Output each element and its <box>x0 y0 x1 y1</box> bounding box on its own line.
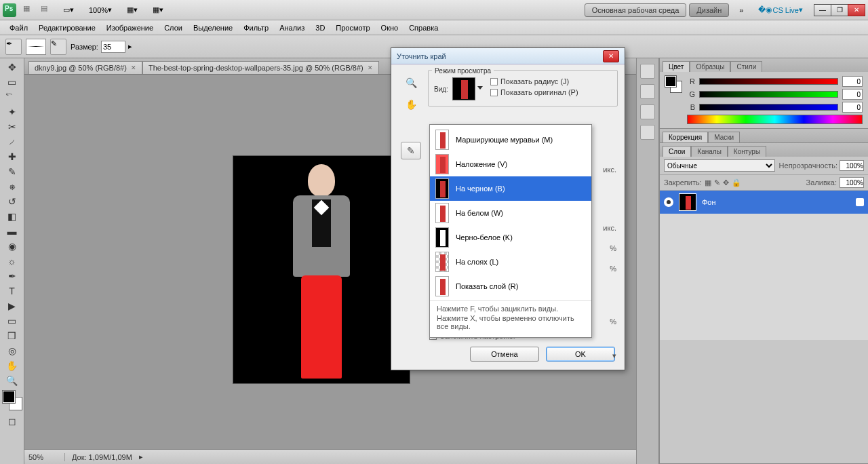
blur-tool[interactable]: ◉ <box>4 239 20 254</box>
tab-paths[interactable]: Контуры <box>728 146 766 157</box>
show-original-checkbox[interactable]: Показать оригинал (P) <box>490 88 578 96</box>
menu-file[interactable]: Файл <box>4 22 33 34</box>
spectrum-ramp[interactable] <box>687 115 863 124</box>
dodge-tool[interactable]: ☼ <box>4 254 20 269</box>
zoom-readout[interactable]: 50% <box>28 453 65 461</box>
menu-layers[interactable]: Слои <box>159 22 188 34</box>
workspace-essentials[interactable]: Основная рабочая среда <box>585 3 687 17</box>
pen-tool[interactable]: ✒ <box>4 269 20 284</box>
g-input[interactable] <box>842 89 863 100</box>
view-thumbnail-dropdown[interactable] <box>452 77 475 100</box>
3d-camera-tool[interactable]: ◎ <box>4 343 20 358</box>
history-brush-tool[interactable]: ↺ <box>4 194 20 209</box>
viewmode-option-reveal-layer[interactable]: Показать слой (R) <box>430 274 591 298</box>
menu-analysis[interactable]: Анализ <box>274 22 310 34</box>
viewmode-option-on-layers[interactable]: На слоях (L) <box>430 250 591 274</box>
menu-image[interactable]: Изображение <box>101 22 159 34</box>
marquee-tool[interactable]: ▭ <box>4 75 20 90</box>
dock-icon[interactable] <box>640 64 655 79</box>
viewmode-option-on-black[interactable]: На черном (B) <box>430 176 591 201</box>
tab-close-icon[interactable]: ✕ <box>131 64 136 71</box>
document-tab[interactable]: The-best-top-spring-desktop-wallpapers-3… <box>142 61 379 74</box>
document-canvas[interactable] <box>233 156 410 383</box>
stamp-tool[interactable]: ⎈ <box>4 179 20 194</box>
shape-tool[interactable]: ▭ <box>4 313 20 328</box>
dialog-titlebar[interactable]: Уточнить край ✕ <box>391 48 625 64</box>
path-select-tool[interactable]: ▶ <box>4 298 20 313</box>
3d-tool[interactable]: ❒ <box>4 328 20 343</box>
eraser-tool[interactable]: ◧ <box>4 209 20 224</box>
crop-tool[interactable]: ✂ <box>4 119 20 134</box>
size-stepper-icon[interactable]: ▸ <box>128 42 132 51</box>
dock-icon[interactable] <box>640 104 655 119</box>
window-close[interactable]: ✕ <box>848 4 865 16</box>
tab-masks[interactable]: Маски <box>708 132 740 142</box>
cs-live[interactable]: �◉ CS Live ▾ <box>755 3 806 16</box>
healing-tool[interactable]: ✚ <box>4 149 20 164</box>
minibridge-icon[interactable]: ▤ <box>41 4 53 16</box>
b-input[interactable] <box>842 102 863 113</box>
viewmode-option-marching-ants[interactable]: Марширующие муравьи (M) <box>430 128 591 152</box>
workspace-design[interactable]: Дизайн <box>689 3 729 17</box>
current-tool-icon[interactable]: ✒ <box>5 39 22 55</box>
hand-tool-icon[interactable]: ✋ <box>403 96 419 113</box>
brush-settings-icon[interactable]: ✎ <box>50 39 66 55</box>
menu-edit[interactable]: Редактирование <box>33 22 101 34</box>
menu-filter[interactable]: Фильтр <box>238 22 274 34</box>
viewmode-option-black-white[interactable]: Черно-белое (K) <box>430 225 591 250</box>
viewmode-option-overlay[interactable]: Наложение (V) <box>430 152 591 176</box>
window-minimize[interactable]: — <box>814 4 831 16</box>
docinfo-readout[interactable]: Док: 1,09M/1,09M <box>72 453 132 461</box>
screen-mode-selector[interactable]: ▭▾ <box>60 3 77 16</box>
gradient-tool[interactable]: ▬ <box>4 224 20 239</box>
menu-select[interactable]: Выделение <box>188 22 238 34</box>
color-swatch-mini[interactable] <box>665 76 682 92</box>
quick-select-tool[interactable]: ✦ <box>4 104 20 119</box>
r-input[interactable] <box>842 76 863 87</box>
lock-move-icon[interactable]: ✥ <box>723 178 729 187</box>
docinfo-menu-icon[interactable]: ▸ <box>139 452 143 461</box>
tab-swatches[interactable]: Образцы <box>690 61 730 72</box>
type-tool[interactable]: T <box>4 284 20 298</box>
r-slider[interactable] <box>699 78 838 85</box>
layer-visibility-icon[interactable] <box>664 197 673 207</box>
menu-3d[interactable]: 3D <box>310 22 330 34</box>
tab-close-icon[interactable]: ✕ <box>368 64 373 71</box>
brush-size-input[interactable] <box>101 41 125 53</box>
tab-channels[interactable]: Каналы <box>691 146 728 157</box>
dock-icon[interactable] <box>640 84 655 99</box>
menu-window[interactable]: Окно <box>376 22 404 34</box>
zoom-tool-icon[interactable]: 🔍 <box>403 75 419 91</box>
tab-styles[interactable]: Стили <box>730 61 762 72</box>
arrange-docs-selector[interactable]: ▦▾ <box>123 3 141 16</box>
blend-mode-select[interactable]: Обычные <box>664 159 775 172</box>
lock-pixels-icon[interactable]: ▦ <box>705 178 711 187</box>
menu-help[interactable]: Справка <box>403 22 443 34</box>
layer-thumbnail[interactable] <box>679 193 696 211</box>
brush-preview[interactable] <box>26 39 46 55</box>
workspace-more[interactable]: » <box>736 4 747 16</box>
show-radius-checkbox[interactable]: Показать радиус (J) <box>490 77 578 85</box>
hand-tool[interactable]: ✋ <box>4 358 20 373</box>
eyedropper-tool[interactable]: ⟋ <box>4 134 20 149</box>
fill-input[interactable] <box>840 177 864 188</box>
dock-icon[interactable] <box>640 125 655 140</box>
layer-row[interactable]: Фон <box>660 191 868 214</box>
layer-name[interactable]: Фон <box>702 198 716 206</box>
tab-layers[interactable]: Слои <box>663 146 691 157</box>
lasso-tool[interactable]: ⃔ <box>4 90 20 104</box>
refine-radius-tool[interactable] <box>401 142 421 159</box>
quickmask-toggle[interactable]: ◻ <box>4 414 20 429</box>
opacity-input[interactable] <box>840 160 864 171</box>
bridge-icon[interactable]: ▦ <box>23 4 35 16</box>
extras-selector[interactable]: ▦▾ <box>149 3 167 16</box>
zoom-display[interactable]: 100% ▾ <box>85 3 115 16</box>
zoom-tool[interactable]: 🔍 <box>4 373 20 388</box>
document-tab[interactable]: dkny9.jpg @ 50% (RGB/8#)✕ <box>28 61 142 74</box>
g-slider[interactable] <box>699 91 838 98</box>
lock-position-icon[interactable]: ✎ <box>714 178 720 187</box>
cancel-button[interactable]: Отмена <box>470 347 539 362</box>
move-tool[interactable]: ✥ <box>4 60 20 75</box>
dialog-close-button[interactable]: ✕ <box>603 50 619 62</box>
tab-adjustments[interactable]: Коррекция <box>663 132 708 142</box>
